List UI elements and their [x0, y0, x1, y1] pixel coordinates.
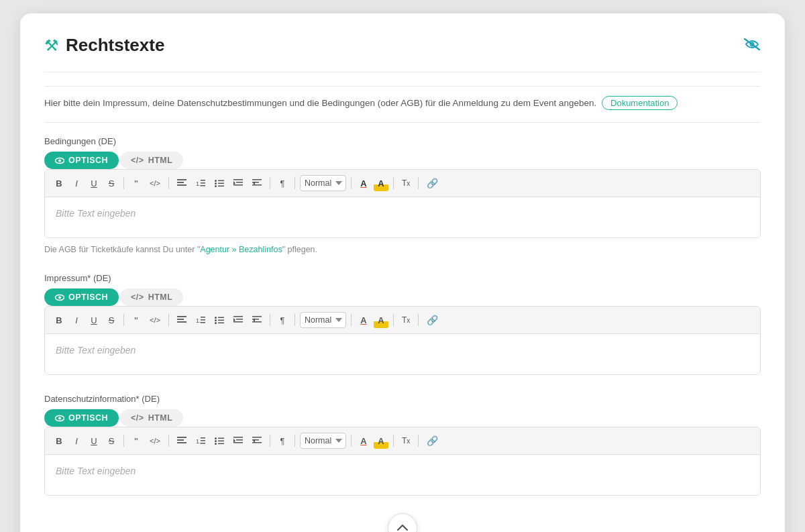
blockquote-btn-bedingungen[interactable]: " [129, 175, 144, 191]
font-highlight-btn-datenschutz[interactable]: A [374, 433, 388, 449]
svg-rect-64 [233, 442, 243, 443]
svg-rect-17 [236, 182, 243, 183]
tab-html-impressum[interactable]: </> HTML [120, 288, 183, 306]
strike-btn-impressum[interactable]: S [104, 312, 119, 328]
svg-rect-27 [177, 319, 184, 320]
align-btn-datenschutz[interactable] [174, 433, 190, 449]
code-btn-bedingungen[interactable]: </> [146, 175, 164, 191]
blockquote-btn-datenschutz[interactable]: " [129, 433, 144, 449]
editor-impressum: B I U S " </> 1. [44, 306, 761, 375]
agb-link[interactable]: Agentur » Bezahlinfos [200, 245, 282, 254]
underline-btn-datenschutz[interactable]: U [87, 433, 101, 449]
tab-optisch-datenschutz[interactable]: OPTISCH [44, 409, 119, 427]
format-select-impressum[interactable]: Normal [300, 312, 346, 328]
font-highlight-btn-impressum[interactable]: A [374, 312, 388, 328]
sep2 [168, 177, 169, 189]
font-color-btn-bedingungen[interactable]: A [356, 175, 371, 191]
svg-rect-20 [252, 179, 262, 180]
strike-btn-datenschutz[interactable]: S [104, 433, 119, 449]
link-btn-bedingungen[interactable]: 🔗 [423, 175, 441, 191]
bold-btn-bedingungen[interactable]: B [52, 175, 66, 191]
svg-rect-54 [201, 440, 205, 441]
ul-btn-bedingungen[interactable] [211, 175, 227, 191]
font-highlight-btn-bedingungen[interactable]: A [374, 175, 388, 191]
ol-btn-bedingungen[interactable]: 1. [193, 175, 209, 191]
sep-d3 [270, 435, 270, 447]
svg-rect-40 [236, 319, 243, 320]
svg-rect-30 [201, 317, 205, 318]
sep-i2 [168, 314, 169, 326]
paragraph-btn-bedingungen[interactable]: ¶ [275, 175, 290, 191]
indent-in-btn-impressum[interactable] [230, 312, 246, 328]
align-btn-bedingungen[interactable] [174, 175, 190, 191]
svg-rect-51 [177, 442, 186, 443]
clear-format-btn-impressum[interactable]: Tx [398, 312, 413, 328]
tab-html-bedingungen[interactable]: </> HTML [120, 152, 183, 169]
italic-btn-datenschutz[interactable]: I [69, 433, 84, 449]
underline-btn-bedingungen[interactable]: U [87, 175, 101, 191]
editor-content-bedingungen[interactable]: Bitte Text eingeben [45, 197, 760, 237]
sep-d4 [294, 435, 295, 447]
ol-btn-impressum[interactable]: 1. [193, 312, 209, 328]
info-text: Hier bitte dein Impressum, deine Datensc… [44, 98, 596, 108]
header-title: ⚒ Rechtstexte [44, 35, 164, 56]
svg-rect-68 [252, 442, 262, 443]
font-color-btn-datenschutz[interactable]: A [356, 433, 371, 449]
ol-btn-datenschutz[interactable]: 1. [193, 433, 209, 449]
clear-format-btn-datenschutz[interactable]: Tx [398, 433, 413, 449]
tab-html-datenschutz[interactable]: </> HTML [120, 409, 183, 427]
font-color-btn-impressum[interactable]: A [356, 312, 371, 328]
svg-rect-45 [252, 321, 262, 323]
scroll-up-button[interactable] [388, 513, 417, 532]
code-btn-datenschutz[interactable]: </> [146, 433, 164, 449]
svg-point-11 [215, 182, 217, 184]
tab-optisch-impressum[interactable]: OPTISCH [44, 288, 119, 306]
paragraph-btn-impressum[interactable]: ¶ [275, 312, 290, 328]
bold-btn-impressum[interactable]: B [52, 312, 66, 328]
svg-rect-9 [201, 185, 205, 187]
indent-out-btn-bedingungen[interactable] [249, 175, 265, 191]
strike-btn-bedingungen[interactable]: S [104, 175, 119, 191]
link-btn-impressum[interactable]: 🔗 [423, 312, 441, 328]
svg-rect-15 [218, 186, 224, 187]
sep7 [418, 177, 419, 189]
blockquote-btn-impressum[interactable]: " [129, 312, 144, 328]
indent-out-btn-datenschutz[interactable] [249, 433, 265, 449]
page-title: Rechtstexte [66, 35, 164, 56]
clear-format-btn-bedingungen[interactable]: Tx [398, 175, 413, 191]
ul-btn-impressum[interactable] [211, 312, 227, 328]
svg-rect-53 [201, 437, 205, 439]
ul-btn-datenschutz[interactable] [211, 433, 227, 449]
svg-rect-44 [252, 319, 259, 320]
svg-rect-49 [177, 437, 186, 438]
indent-in-btn-datenschutz[interactable] [230, 433, 246, 449]
section-label-bedingungen: Bedingungen (DE) [44, 136, 761, 146]
svg-rect-3 [177, 179, 186, 180]
section-bedingungen: Bedingungen (DE) OPTISCH </> HTML B I U … [44, 136, 761, 254]
editor-bedingungen: B I U S " </> 1. [44, 169, 761, 238]
code-btn-impressum[interactable]: </> [146, 312, 164, 328]
agb-hint: Die AGB für Ticketkäufe kannst Du unter … [44, 245, 761, 254]
doc-link[interactable]: Dokumentation [602, 96, 678, 110]
sep6 [393, 177, 394, 189]
italic-btn-impressum[interactable]: I [69, 312, 84, 328]
sep-i6 [393, 314, 394, 326]
editor-content-impressum[interactable]: Bitte Text eingeben [45, 334, 760, 374]
eye-slash-icon[interactable] [743, 38, 761, 54]
indent-in-btn-bedingungen[interactable] [230, 175, 246, 191]
format-select-datenschutz[interactable]: Normal [300, 433, 346, 449]
paragraph-btn-datenschutz[interactable]: ¶ [275, 433, 290, 449]
svg-rect-8 [201, 182, 205, 184]
editor-content-datenschutz[interactable]: Bitte Text eingeben [45, 455, 760, 495]
svg-point-58 [215, 443, 217, 445]
underline-btn-impressum[interactable]: U [87, 312, 101, 328]
align-btn-impressum[interactable] [174, 312, 190, 328]
tab-optisch-bedingungen[interactable]: OPTISCH [44, 152, 119, 169]
bold-btn-datenschutz[interactable]: B [52, 433, 66, 449]
italic-btn-bedingungen[interactable]: I [69, 175, 84, 191]
format-select-bedingungen[interactable]: Normal [300, 175, 346, 191]
link-btn-datenschutz[interactable]: 🔗 [423, 433, 441, 449]
indent-out-btn-impressum[interactable] [249, 312, 265, 328]
svg-rect-14 [218, 183, 224, 184]
svg-point-34 [215, 319, 217, 321]
